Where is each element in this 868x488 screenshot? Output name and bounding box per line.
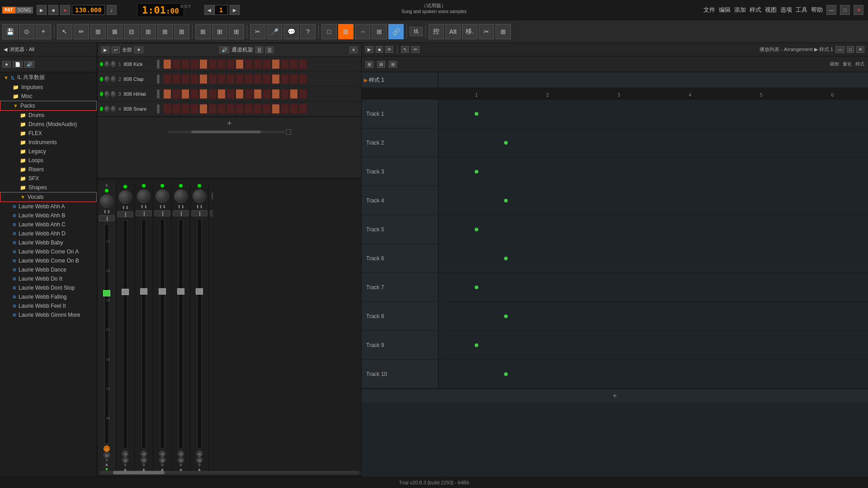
beat-pad[interactable] [272, 89, 280, 99]
export-button[interactable]: ⊞ [212, 24, 227, 39]
beat-pad[interactable] [245, 59, 253, 69]
snap-button[interactable]: ⌖ [36, 24, 51, 39]
move-button[interactable]: 移. [462, 24, 477, 39]
add-track-button[interactable]: + [362, 389, 868, 402]
beat-play-button[interactable]: ▶ [101, 47, 109, 53]
beat-fader-3[interactable] [157, 89, 160, 99]
beat-pad[interactable] [199, 104, 208, 114]
beat-fader-2[interactable] [157, 75, 160, 84]
track-content-9[interactable] [439, 331, 868, 359]
mixer-eq-knob-4[interactable] [174, 189, 188, 203]
beat-pad[interactable] [172, 59, 180, 69]
beat-knob-1[interactable] [104, 61, 109, 67]
mixer-pan-4[interactable] [173, 210, 189, 216]
sidebar-item-ahh-d[interactable]: ⊞ Laurie Webb Ahh D [0, 229, 97, 238]
mixer-pan-1[interactable] [117, 211, 133, 217]
track-content-3[interactable] [439, 157, 868, 186]
beat-pad[interactable] [190, 104, 198, 114]
sidebar-item-shapes[interactable]: 📁 Shapes [0, 183, 97, 192]
beat-pad[interactable] [245, 74, 253, 84]
beat-fader-4[interactable] [157, 104, 160, 113]
mixer-icon-5b[interactable]: ◎ [196, 457, 203, 463]
beat-knob-4[interactable] [104, 106, 109, 112]
beat-pad[interactable] [163, 104, 171, 114]
beat-horizontal-scrollbar[interactable] [168, 131, 284, 133]
mixer-pan-master[interactable] [99, 215, 115, 221]
eraser-button[interactable]: ⊠ [107, 24, 123, 39]
sidebar-item-gimmi-more[interactable]: ⊞ Laurie Webb Gimmi More [0, 310, 97, 319]
beat-pad[interactable] [181, 59, 189, 69]
arr-cursor-btn[interactable]: ↖ [401, 46, 409, 53]
arr-stop-btn[interactable]: ■ [376, 46, 383, 53]
beat-pad[interactable] [299, 59, 307, 69]
beat-pad[interactable] [181, 104, 189, 114]
beat-pad[interactable] [281, 89, 289, 99]
mixer-eq-knob-master[interactable] [100, 194, 113, 208]
beat-window-button[interactable]: ⊞ [338, 24, 354, 39]
extra-button[interactable]: ⊞ [495, 24, 511, 39]
beat-pad[interactable] [290, 104, 298, 114]
sidebar-item-flex[interactable]: 📁 FLEX [0, 129, 97, 138]
sidebar-item-vocals[interactable]: ▼ Vocals [0, 192, 97, 202]
beat-pad[interactable] [236, 74, 244, 84]
track-content-8[interactable] [439, 302, 868, 330]
beat-pad[interactable] [163, 59, 171, 69]
sidebar-item-sfx[interactable]: 📁 SFX [0, 174, 97, 183]
beat-knob-3[interactable] [104, 91, 109, 97]
mixer-pan-3[interactable] [154, 210, 170, 216]
brush-button[interactable]: ⊞ [90, 24, 106, 39]
sidebar-file-btn[interactable]: 📄 [13, 61, 23, 68]
sidebar-item-ahh-c[interactable]: ⊞ Laurie Webb Ahh C [0, 220, 97, 229]
menu-style[interactable]: 样式 [750, 6, 761, 14]
track-content-6[interactable] [439, 244, 868, 272]
beat-pad[interactable] [299, 89, 307, 99]
beat-pad[interactable] [254, 89, 262, 99]
beat-knob-1b[interactable] [111, 61, 116, 67]
bpm-display[interactable]: 130.000 [72, 5, 105, 15]
beat-pad[interactable] [272, 59, 280, 69]
beat-pad[interactable] [272, 104, 280, 114]
window-button[interactable]: □ [321, 24, 337, 39]
sidebar-item-legacy[interactable]: 📁 Legacy [0, 147, 97, 156]
link-button[interactable]: 🔗 [388, 24, 404, 39]
sidebar-item-feel-it[interactable]: ⊞ Laurie Webb Feel It [0, 301, 97, 310]
menu-edit[interactable]: 编辑 [719, 6, 731, 14]
mixer-icon-1b[interactable]: ◎ [122, 457, 128, 463]
beat-speaker-btn[interactable]: 🔊 [219, 47, 229, 53]
beat-pad[interactable] [181, 74, 189, 84]
mixer-icon-5a[interactable]: ◎ [196, 450, 203, 457]
mixer-icon-1a[interactable]: ◎ [122, 450, 128, 457]
mixer-fader-handle-2[interactable] [140, 288, 147, 295]
sidebar-star-btn[interactable]: ★ [2, 61, 11, 68]
cut-button[interactable]: ✂ [250, 24, 265, 39]
mixer-fader-handle-master[interactable] [103, 290, 110, 296]
sidebar-item-do-it[interactable]: ⊞ Laurie Webb Do It [0, 274, 97, 283]
metronome-button[interactable]: ♩ [107, 5, 117, 15]
menu-file[interactable]: 文件 [703, 6, 715, 14]
playback-button[interactable]: ⊞ [174, 24, 189, 39]
beat-pad[interactable] [281, 59, 289, 69]
beat-pad[interactable] [217, 89, 226, 99]
beat-pad[interactable] [245, 89, 253, 99]
sidebar-item-dance[interactable]: ⊞ Laurie Webb Dance [0, 265, 97, 274]
sidebar-back-icon[interactable]: ◀ [4, 47, 7, 52]
beat-pad[interactable] [254, 104, 262, 114]
arr-tb-btn2[interactable]: ⊞ [377, 61, 385, 68]
beat-pad[interactable] [236, 89, 244, 99]
arr-loop-btn[interactable]: ⟳ [385, 46, 393, 53]
beat-pad[interactable] [299, 74, 307, 84]
record2-button[interactable]: ⊞ [195, 24, 211, 39]
menu-add[interactable]: 添加 [734, 6, 746, 14]
beat-scroll-right[interactable] [286, 129, 291, 135]
sidebar-item-drums-modeaudio[interactable]: 📁 Drums (ModeAudio) [0, 120, 97, 129]
beat-pad[interactable] [190, 74, 198, 84]
sidebar-item-come-on-b[interactable]: ⊞ Laurie Webb Come On B [0, 256, 97, 265]
mixer-pan-6[interactable] [210, 210, 213, 216]
mixer-icon-circle[interactable]: ◎ [104, 452, 110, 458]
beat-undo-button[interactable]: ↩ [112, 47, 120, 53]
mixer-fader-handle-3[interactable] [159, 288, 166, 295]
beat-pad[interactable] [245, 104, 253, 114]
menu-options[interactable]: 选项 [780, 6, 792, 14]
mixer-icon-orange[interactable]: ◎ [104, 446, 110, 452]
slice-button[interactable]: ⊞ [157, 24, 173, 39]
